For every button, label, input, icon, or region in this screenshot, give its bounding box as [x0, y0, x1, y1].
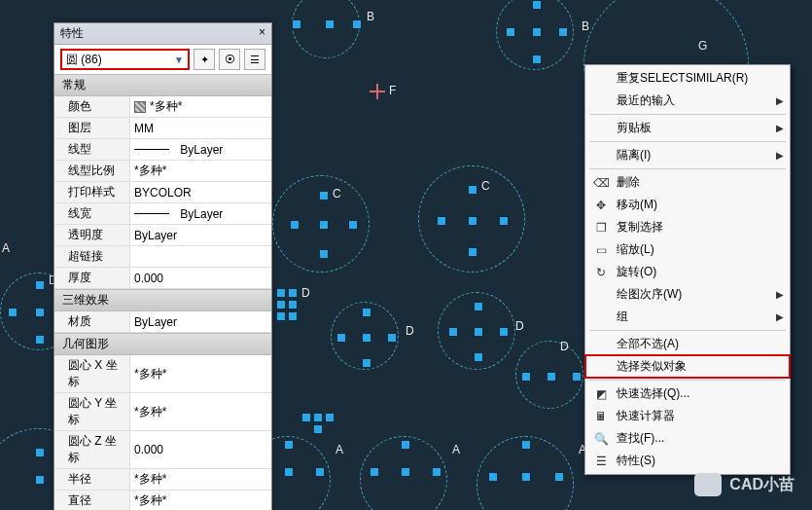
row-lweight-k: 线宽: [54, 203, 130, 224]
submenu-arrow-icon: ▶: [776, 123, 784, 133]
panel-close-icon[interactable]: ×: [259, 25, 265, 42]
toggle-pickadd-button[interactable]: ✦: [194, 49, 215, 70]
watermark: CAD小苗: [694, 473, 794, 496]
row-cz-k: 圆心 Z 坐标: [54, 431, 130, 468]
row-pstyle-v[interactable]: BYCOLOR: [130, 182, 271, 202]
row-dia-k: 直径: [54, 491, 130, 510]
menu-qcalc[interactable]: 🖩快速计算器: [585, 405, 790, 427]
label-A1: A: [2, 241, 10, 255]
label-D1: D: [301, 286, 310, 300]
menu-qselect[interactable]: ◩快速选择(Q)...: [585, 382, 790, 405]
blank-icon: [593, 121, 609, 136]
row-rad-v[interactable]: *多种*: [130, 469, 271, 490]
row-dia-v[interactable]: *多种*: [130, 491, 271, 510]
wechat-icon: [694, 473, 722, 496]
row-color-v[interactable]: *多种*: [130, 96, 271, 117]
label-F: F: [389, 84, 396, 97]
menu-copysel[interactable]: ❐复制选择: [585, 216, 790, 238]
row-ltscale-v[interactable]: *多种*: [130, 161, 271, 181]
row-layer-k: 图层: [54, 118, 130, 138]
section-geom[interactable]: 几何图形: [54, 333, 271, 355]
blank-icon: [593, 359, 609, 375]
row-mat-k: 材质: [54, 311, 130, 332]
properties-icon: ☰: [593, 454, 609, 469]
row-color-k: 颜色: [54, 96, 130, 117]
quickselect-icon: ◩: [593, 386, 609, 402]
erase-icon: ⌫: [593, 175, 609, 191]
watermark-text: CAD小苗: [729, 475, 794, 495]
row-lweight-v[interactable]: ByLayer: [130, 203, 271, 224]
menu-group[interactable]: 组▶: [585, 306, 790, 328]
label-D2: D: [406, 324, 414, 338]
context-menu: 重复SELECTSIMILAR(R) 最近的输入▶ 剪贴板▶ 隔离(I)▶ ⌫删…: [584, 64, 791, 475]
draworder-icon: [593, 287, 609, 303]
label-A5: A: [452, 443, 460, 456]
menu-deselect-all[interactable]: 全部不选(A): [585, 333, 790, 355]
submenu-arrow-icon: ▶: [776, 311, 784, 322]
rotate-icon: ↻: [593, 265, 609, 280]
menu-delete[interactable]: ⌫删除: [585, 171, 790, 194]
menu-isolate[interactable]: 隔离(I)▶: [585, 144, 790, 166]
menu-scale[interactable]: ▭缩放(L): [585, 238, 790, 261]
row-thick-k: 厚度: [54, 268, 130, 288]
blank-icon: [593, 148, 609, 164]
blank-icon: [593, 93, 609, 109]
row-thick-v[interactable]: 0.000: [130, 268, 271, 288]
label-B1: B: [367, 10, 374, 23]
row-cy-v[interactable]: *多种*: [130, 393, 271, 430]
submenu-arrow-icon: ▶: [776, 289, 784, 300]
row-mat-v[interactable]: ByLayer: [130, 311, 271, 332]
calculator-icon: 🖩: [593, 409, 609, 424]
linetype-preview-icon: [134, 149, 169, 150]
quick-select-button[interactable]: ☰: [244, 49, 265, 70]
label-D3: D: [515, 319, 524, 333]
menu-move[interactable]: ✥移动(M): [585, 194, 790, 216]
label-B2: B: [582, 19, 589, 33]
select-objects-button[interactable]: ⦿: [219, 49, 240, 70]
menu-repeat[interactable]: 重复SELECTSIMILAR(R): [585, 67, 790, 90]
blank-icon: [593, 71, 609, 87]
menu-properties[interactable]: ☰特性(S): [585, 450, 790, 472]
lineweight-preview-icon: [134, 213, 169, 214]
row-cz-v[interactable]: 0.000: [130, 431, 271, 468]
chevron-down-icon: ▼: [174, 55, 184, 65]
label-C2: C: [481, 179, 490, 193]
copy-icon: ❐: [593, 220, 609, 236]
section-general[interactable]: 常规: [54, 74, 271, 96]
section-3d[interactable]: 三维效果: [54, 289, 271, 311]
menu-draworder[interactable]: 绘图次序(W)▶: [585, 283, 790, 306]
blank-icon: [593, 337, 609, 352]
label-A4: A: [335, 443, 343, 456]
menu-rotate[interactable]: ↻旋转(O): [585, 261, 790, 283]
scale-icon: ▭: [593, 242, 609, 258]
move-icon: ✥: [593, 198, 609, 213]
label-C1: C: [333, 187, 341, 200]
row-trans-v[interactable]: ByLayer: [130, 225, 271, 245]
row-ltscale-k: 线型比例: [54, 161, 130, 181]
row-hlink-k: 超链接: [54, 246, 130, 267]
color-swatch-icon: [134, 101, 146, 113]
row-cx-k: 圆心 X 坐标: [54, 355, 130, 392]
row-ltype-v[interactable]: ByLayer: [130, 139, 271, 160]
properties-panel: 特性 × 圆 (86) ▼ ✦ ⦿ ☰ 常规 颜色*多种* 图层MM 线型 By…: [53, 22, 272, 510]
selection-combo[interactable]: 圆 (86) ▼: [60, 49, 190, 70]
submenu-arrow-icon: ▶: [776, 95, 784, 106]
label-G: G: [698, 39, 707, 53]
row-hlink-v[interactable]: [130, 246, 271, 267]
row-ltype-k: 线型: [54, 139, 130, 160]
menu-select-similar[interactable]: 选择类似对象: [585, 355, 790, 378]
row-pstyle-k: 打印样式: [54, 182, 130, 202]
row-cy-k: 圆心 Y 坐标: [54, 393, 130, 430]
panel-title-text: 特性: [60, 25, 84, 42]
row-rad-k: 半径: [54, 469, 130, 490]
submenu-arrow-icon: ▶: [776, 150, 784, 161]
menu-recent[interactable]: 最近的输入▶: [585, 90, 790, 112]
panel-titlebar[interactable]: 特性 ×: [54, 23, 271, 45]
menu-find[interactable]: 🔍查找(F)...: [585, 427, 790, 450]
selection-combo-text: 圆 (86): [66, 52, 102, 68]
search-icon: 🔍: [593, 431, 609, 447]
row-layer-v[interactable]: MM: [130, 118, 271, 138]
row-cx-v[interactable]: *多种*: [130, 355, 271, 392]
row-trans-k: 透明度: [54, 225, 130, 245]
menu-clipboard[interactable]: 剪贴板▶: [585, 117, 790, 139]
